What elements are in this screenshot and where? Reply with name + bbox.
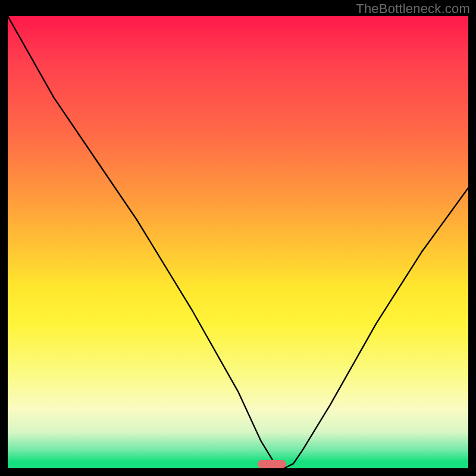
watermark-text: TheBottleneck.com bbox=[356, 1, 470, 17]
bottleneck-curve bbox=[8, 16, 468, 468]
curve-path bbox=[8, 16, 468, 468]
chart-frame: TheBottleneck.com bbox=[0, 0, 476, 476]
plot-area bbox=[8, 16, 468, 468]
optimal-marker bbox=[258, 460, 286, 468]
